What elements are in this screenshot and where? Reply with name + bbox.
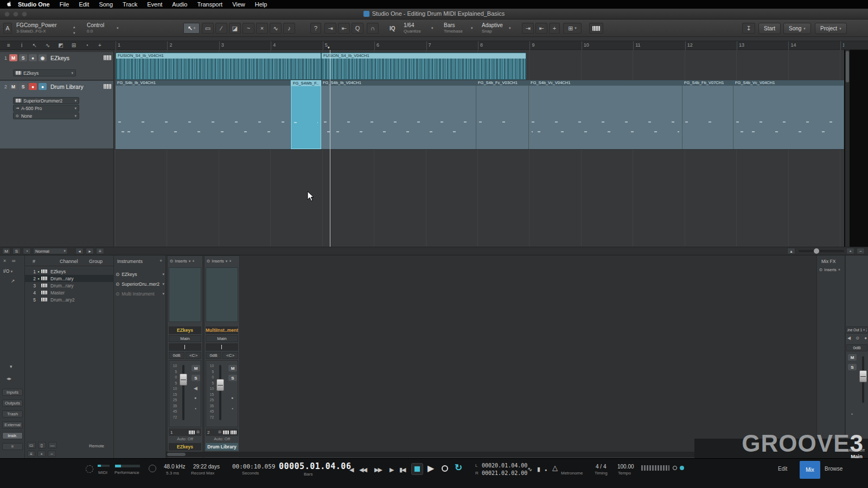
bend-tool-button[interactable]: ∿	[270, 23, 282, 34]
time-display-seconds[interactable]: 00:00:10.059	[232, 463, 275, 470]
timeline-ruler[interactable]: ≡i↖∿◩⊞◔+ 123456789101112131415 ▾	[0, 41, 868, 50]
stereo-toggle-icon[interactable]	[680, 466, 684, 470]
song-button[interactable]: Song▾	[783, 23, 811, 34]
time-icon[interactable]: ◔	[80, 41, 93, 50]
eraser-tool-button[interactable]: ◪	[229, 23, 241, 34]
automation-icon[interactable]: ∿	[41, 41, 54, 50]
ruler-tick[interactable]: 14	[788, 41, 840, 50]
ruler-tick[interactable]: 5	[323, 41, 374, 50]
marker-flag-icon[interactable]: ◩	[54, 41, 67, 50]
record-button[interactable]	[442, 465, 448, 472]
ruler-tick[interactable]: 2	[167, 41, 219, 50]
export-tray-icon[interactable]: ↧	[742, 23, 755, 34]
stereo-icon[interactable]: ●	[864, 336, 867, 341]
solo-button[interactable]: S	[12, 248, 21, 254]
solo-button[interactable]: S	[848, 364, 857, 370]
power-icon[interactable]: ⊙	[207, 259, 210, 264]
preset-name[interactable]: FGComp_Power	[16, 22, 56, 29]
solo-button[interactable]: S	[19, 54, 27, 61]
output-select[interactable]: Line Out 1 + 2	[846, 326, 867, 333]
playhead[interactable]	[330, 50, 330, 247]
power-icon[interactable]: ⊙	[170, 259, 173, 264]
mute-tool-button[interactable]: ×	[256, 23, 268, 34]
keyboard-icon[interactable]	[189, 431, 195, 434]
midi-clip[interactable]: FG_S4b_Vc_V04CH1	[529, 80, 682, 149]
record-dot-icon[interactable]: ●	[231, 395, 233, 401]
autoscroll-icon[interactable]: ∿	[527, 466, 531, 472]
monitor-button[interactable]: ●	[39, 83, 47, 90]
col-header-channel[interactable]: Channel	[60, 259, 78, 264]
speaker-icon[interactable]: ◀	[847, 336, 851, 341]
output-select[interactable]: Main	[206, 335, 238, 342]
midi-clip[interactable]: FUSION_S4_Ib_V04CH1	[321, 53, 526, 80]
menu-item[interactable]: Transport	[192, 0, 227, 9]
mix-view-button[interactable]: Mix	[800, 461, 820, 479]
power-icon[interactable]: ⊙	[116, 291, 119, 297]
split-tool-button[interactable]: ∕	[215, 23, 227, 34]
automation-clock-icon[interactable]: ◔	[231, 406, 233, 412]
menu-item[interactable]: Edit	[74, 0, 94, 9]
ruler-tick[interactable]: 13	[737, 41, 788, 50]
arrange-vertical-scrollbar[interactable]	[845, 50, 850, 247]
quantize-start-icon[interactable]: ⇥	[324, 23, 336, 34]
ruler-tick[interactable]: 1	[116, 41, 167, 50]
midi-channel-dropdown[interactable]: ⊙ None ▾	[13, 112, 79, 119]
solo-button[interactable]: S	[19, 83, 27, 90]
menu-item[interactable]: View	[227, 0, 250, 9]
automation-mode[interactable]: Auto: Off	[206, 436, 238, 441]
midi-clip[interactable]: FG_S4b_Ib_V04CH1	[116, 80, 291, 149]
rail-button-trash[interactable]: Trash	[2, 410, 23, 418]
record-dot-icon[interactable]: ●	[194, 395, 196, 401]
chevron-down-icon[interactable]: ▾	[509, 26, 511, 30]
metronome-icon[interactable]: △	[552, 465, 557, 471]
layout-icon[interactable]: ▯	[38, 442, 46, 448]
auto-tool-button[interactable]: A	[3, 23, 12, 34]
edit-view-button[interactable]: Edit	[778, 466, 787, 472]
play-button[interactable]: ▶	[427, 463, 434, 473]
paint-tool-button[interactable]: ~	[242, 23, 254, 34]
zoom-out-icon[interactable]: ▴	[787, 248, 795, 254]
channel-row[interactable]: 5 Drum...ary2	[25, 296, 114, 303]
rail-button-inputs[interactable]: Inputs	[2, 389, 23, 396]
fader-handle[interactable]	[859, 370, 867, 382]
channel-row[interactable]: 4 Master	[25, 289, 114, 296]
time-icon[interactable]: ◔	[23, 248, 31, 254]
monitor-button[interactable]: ◉	[39, 54, 47, 61]
instrument-keyboard-icon[interactable]	[104, 55, 111, 60]
control-selector[interactable]: Control 0.0	[87, 22, 104, 34]
timebase-dropdown[interactable]: Bars Timebase	[444, 22, 463, 34]
mute-button[interactable]: M	[848, 354, 857, 361]
chevron-down-icon[interactable]: ▾	[471, 26, 473, 30]
range-tool-button[interactable]: ▭	[202, 23, 214, 34]
channel-row[interactable]: 1 ● EZkeys	[25, 268, 114, 275]
layout-icon[interactable]: —	[48, 442, 57, 448]
menu-item[interactable]: File	[55, 0, 74, 9]
zoom-slider-handle[interactable]	[814, 248, 819, 254]
add-instrument-button[interactable]: +	[159, 258, 162, 264]
channel-row[interactable]: 3 Drum...rary	[25, 282, 114, 289]
mute-button[interactable]: M	[228, 365, 237, 371]
tool-icon[interactable]: ↖	[28, 41, 41, 50]
add-icon[interactable]: +	[37, 451, 46, 457]
inserts-header[interactable]: ⊙ Inserts ▾ +	[170, 259, 201, 264]
menu-item[interactable]: Studio One	[13, 0, 55, 9]
fader-track[interactable]	[219, 365, 221, 420]
fader-handle[interactable]	[180, 374, 187, 386]
follow-icon[interactable]: ⇤	[535, 23, 547, 34]
ruler-ticks[interactable]: 123456789101112131415	[116, 41, 844, 50]
listen-tool-button[interactable]: ♪	[283, 23, 295, 34]
stop-button[interactable]	[411, 463, 423, 475]
preset-selector[interactable]: FGComp_Power 3-SlateD..FG-X	[16, 22, 56, 34]
power-icon[interactable]: ⊙	[116, 281, 119, 287]
preset-chevrons[interactable]: ▴▾	[73, 23, 75, 35]
ruler-tick[interactable]: 9	[529, 41, 581, 50]
grid-icon[interactable]: ⊞	[218, 430, 221, 434]
midi-clip[interactable]: FG_S4b_Vc_V04CH1	[733, 80, 844, 149]
collapse-icon[interactable]: ◂▸	[7, 376, 11, 381]
menu-item[interactable]: Track	[118, 0, 142, 9]
power-icon[interactable]: ⊙	[116, 272, 119, 277]
track-header-ezkeys[interactable]: 1 M S ● ◉ EZkeys EZkeys ▾	[0, 52, 113, 80]
list-icon[interactable]: ≡	[96, 248, 104, 254]
apple-logo-icon[interactable]	[4, 1, 13, 9]
magnet-snap-icon[interactable]: ∩	[367, 23, 379, 34]
